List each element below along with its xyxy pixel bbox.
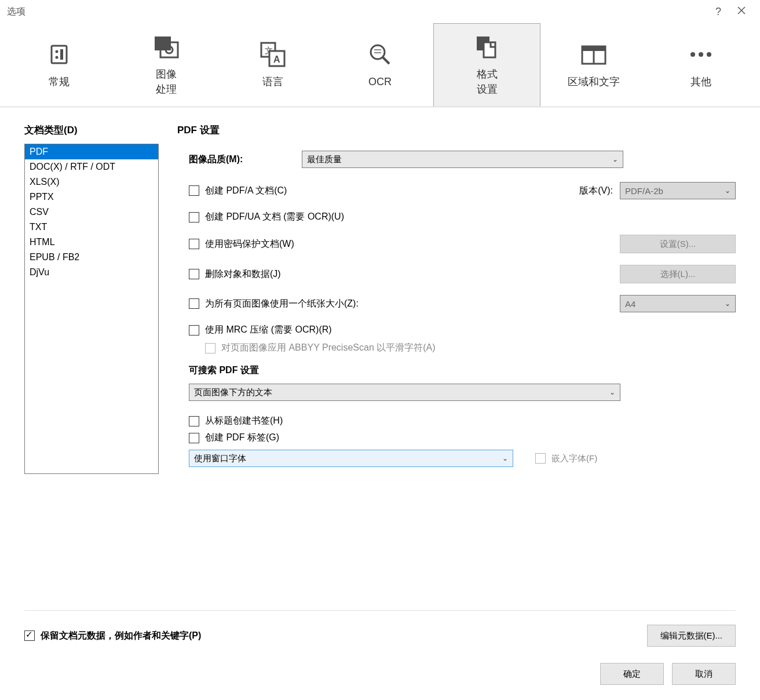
pdf-tags-checkbox[interactable] [189, 433, 199, 443]
edit-metadata-button[interactable]: 编辑元数据(E)... [647, 625, 736, 647]
svg-rect-16 [374, 49, 381, 50]
tab-general[interactable]: 常规 [6, 23, 113, 107]
list-item[interactable]: TXT [25, 220, 158, 235]
create-pdfa-checkbox[interactable] [189, 185, 199, 196]
mrc-checkbox[interactable] [189, 325, 199, 336]
pdf-tags-label: 创建 PDF 标签(G) [205, 432, 279, 444]
embed-fonts-checkbox [535, 453, 546, 464]
chevron-down-icon: ⌄ [502, 454, 508, 462]
svg-line-15 [383, 57, 389, 64]
list-item[interactable]: EPUB / FB2 [25, 250, 158, 265]
language-icon: 文A [259, 41, 287, 68]
ocr-icon [367, 41, 393, 68]
tab-other[interactable]: 其他 [647, 23, 754, 107]
tab-ocr[interactable]: OCR [327, 23, 434, 107]
tab-language[interactable]: 文A 语言 [220, 23, 327, 107]
area-text-icon [580, 41, 608, 68]
chevron-down-icon: ⌄ [725, 300, 730, 308]
svg-rect-2 [52, 46, 67, 63]
cancel-button[interactable]: 取消 [672, 663, 736, 685]
svg-point-23 [699, 52, 703, 57]
metadata-label: 保留文档元数据，例如作者和关键字(P) [41, 630, 201, 642]
tab-area-text[interactable]: 区域和文字 [540, 23, 648, 107]
create-pdfua-label: 创建 PDF/UA 文档 (需要 OCR)(U) [205, 211, 344, 223]
precise-scan-label: 对页面图像应用 ABBYY PreciseScan 以平滑字符(A) [221, 342, 436, 354]
delete-objects-checkbox[interactable] [189, 269, 199, 279]
more-icon [688, 41, 714, 68]
version-select: PDF/A-2b ⌄ [620, 182, 736, 199]
precise-scan-checkbox [205, 343, 215, 353]
metadata-checkbox[interactable] [24, 630, 35, 641]
searchable-select[interactable]: 页面图像下方的文本 ⌄ [189, 384, 620, 401]
password-settings-button: 设置(S)... [620, 235, 736, 253]
image-quality-select[interactable]: 最佳质量 ⌄ [302, 151, 623, 168]
svg-rect-20 [582, 46, 605, 51]
svg-point-3 [56, 50, 59, 53]
help-button[interactable]: ? [707, 6, 730, 18]
bookmarks-label: 从标题创建书签(H) [205, 415, 283, 427]
list-item[interactable]: HTML [25, 235, 158, 250]
ok-button[interactable]: 确定 [600, 663, 664, 685]
svg-point-4 [56, 56, 59, 59]
window-title: 选项 [7, 6, 25, 18]
paper-size-select: A4 ⌄ [620, 295, 736, 312]
image-quality-label: 图像品质(M): [189, 154, 302, 166]
svg-text:A: A [273, 54, 280, 64]
list-item[interactable]: DOC(X) / RTF / ODT [25, 159, 158, 174]
chevron-down-icon: ⌄ [612, 155, 618, 163]
panel-title: PDF 设置 [177, 123, 736, 137]
tab-image-processing[interactable]: 图像 处理 [113, 23, 220, 107]
paper-size-label: 为所有页面图像使用一个纸张大小(Z): [205, 298, 359, 310]
list-item[interactable]: PDF [25, 144, 158, 159]
document-type-listbox[interactable]: PDF DOC(X) / RTF / ODT XLS(X) PPTX CSV T… [24, 144, 159, 474]
svg-rect-9 [165, 41, 170, 43]
chevron-down-icon: ⌄ [609, 388, 615, 396]
list-item[interactable]: PPTX [25, 189, 158, 205]
create-pdfua-checkbox[interactable] [189, 212, 199, 223]
general-icon [47, 41, 71, 68]
svg-point-24 [707, 52, 711, 57]
sidebar-title: 文档类型(D) [24, 123, 159, 137]
version-label: 版本(V): [579, 185, 613, 197]
bookmarks-checkbox[interactable] [189, 416, 199, 426]
mrc-label: 使用 MRC 压缩 (需要 OCR)(R) [205, 324, 332, 336]
close-button[interactable] [730, 6, 753, 17]
format-icon [473, 33, 501, 61]
font-select[interactable]: 使用窗口字体 ⌄ [189, 450, 513, 467]
list-item[interactable]: DjVu [25, 265, 158, 280]
tab-format-settings[interactable]: 格式 设置 [433, 23, 540, 107]
image-processing-icon [152, 33, 180, 61]
list-item[interactable]: CSV [25, 205, 158, 220]
svg-rect-5 [60, 49, 63, 60]
password-protect-checkbox[interactable] [189, 239, 199, 249]
embed-fonts-label: 嵌入字体(F) [551, 453, 597, 464]
svg-point-22 [690, 52, 695, 57]
password-protect-label: 使用密码保护文档(W) [205, 238, 294, 250]
svg-rect-17 [374, 52, 381, 53]
create-pdfa-label: 创建 PDF/A 文档(C) [205, 185, 287, 197]
paper-size-checkbox[interactable] [189, 298, 199, 309]
delete-objects-label: 删除对象和数据(J) [205, 268, 281, 280]
searchable-section-title: 可搜索 PDF 设置 [189, 364, 736, 377]
delete-select-button: 选择(L)... [620, 265, 736, 283]
chevron-down-icon: ⌄ [725, 187, 730, 195]
list-item[interactable]: XLS(X) [25, 174, 158, 189]
